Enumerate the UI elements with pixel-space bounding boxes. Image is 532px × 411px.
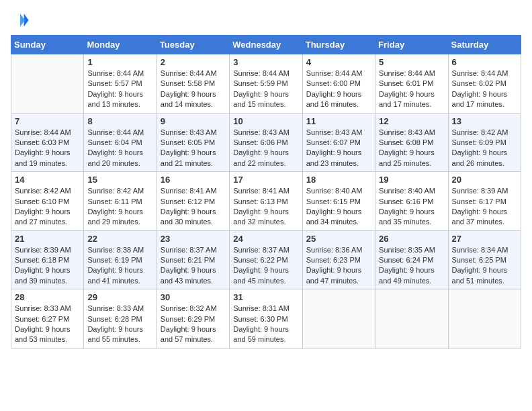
cell-info: Sunrise: 8:35 AM Sunset: 6:24 PM Dayligh…: [379, 245, 444, 287]
day-number: 3: [233, 57, 298, 67]
cell-info: Sunrise: 8:39 AM Sunset: 6:17 PM Dayligh…: [452, 186, 517, 228]
week-row-4: 21Sunrise: 8:39 AM Sunset: 6:18 PM Dayli…: [11, 230, 521, 289]
day-number: 7: [15, 116, 80, 126]
cell-info: Sunrise: 8:40 AM Sunset: 6:15 PM Dayligh…: [306, 186, 371, 228]
day-number: 29: [87, 292, 152, 302]
day-number: 11: [306, 116, 371, 126]
calendar-cell: 11Sunrise: 8:43 AM Sunset: 6:07 PM Dayli…: [302, 113, 375, 172]
day-number: 10: [233, 116, 298, 126]
day-number: 20: [452, 175, 517, 185]
day-number: 8: [87, 116, 152, 126]
cell-info: Sunrise: 8:44 AM Sunset: 5:57 PM Dayligh…: [87, 68, 152, 110]
calendar-cell: 1Sunrise: 8:44 AM Sunset: 5:57 PM Daylig…: [84, 54, 157, 113]
calendar-cell: 22Sunrise: 8:38 AM Sunset: 6:19 PM Dayli…: [84, 230, 157, 289]
logo-icon: [11, 11, 30, 30]
calendar-cell: 19Sunrise: 8:40 AM Sunset: 6:16 PM Dayli…: [375, 172, 448, 231]
calendar-cell: 24Sunrise: 8:37 AM Sunset: 6:22 PM Dayli…: [230, 230, 302, 289]
cell-info: Sunrise: 8:43 AM Sunset: 6:06 PM Dayligh…: [233, 128, 298, 169]
calendar-cell: 7Sunrise: 8:44 AM Sunset: 6:03 PM Daylig…: [11, 113, 84, 172]
cell-info: Sunrise: 8:37 AM Sunset: 6:21 PM Dayligh…: [161, 245, 226, 287]
day-header-wednesday: Wednesday: [230, 36, 302, 54]
day-number: 5: [379, 57, 444, 67]
day-header-tuesday: Tuesday: [157, 36, 229, 54]
calendar-cell: 2Sunrise: 8:44 AM Sunset: 5:58 PM Daylig…: [157, 54, 229, 113]
cell-info: Sunrise: 8:43 AM Sunset: 6:07 PM Dayligh…: [306, 128, 371, 169]
day-number: 2: [161, 57, 226, 67]
day-header-monday: Monday: [84, 36, 157, 54]
cell-info: Sunrise: 8:44 AM Sunset: 6:01 PM Dayligh…: [379, 68, 444, 110]
day-number: 22: [87, 234, 152, 244]
day-number: 6: [452, 57, 517, 67]
week-row-3: 14Sunrise: 8:42 AM Sunset: 6:10 PM Dayli…: [11, 172, 521, 231]
day-header-saturday: Saturday: [448, 36, 521, 54]
cell-info: Sunrise: 8:44 AM Sunset: 5:58 PM Dayligh…: [161, 68, 226, 110]
day-number: 21: [15, 234, 80, 244]
calendar-cell: 14Sunrise: 8:42 AM Sunset: 6:10 PM Dayli…: [11, 172, 84, 231]
cell-info: Sunrise: 8:34 AM Sunset: 6:25 PM Dayligh…: [452, 245, 517, 287]
day-number: 9: [161, 116, 226, 126]
day-number: 23: [161, 234, 226, 244]
day-number: 31: [233, 292, 298, 302]
day-number: 18: [306, 175, 371, 185]
week-row-2: 7Sunrise: 8:44 AM Sunset: 6:03 PM Daylig…: [11, 113, 521, 172]
day-number: 25: [306, 234, 371, 244]
calendar-cell: 3Sunrise: 8:44 AM Sunset: 5:59 PM Daylig…: [230, 54, 302, 113]
cell-info: Sunrise: 8:39 AM Sunset: 6:18 PM Dayligh…: [15, 245, 80, 287]
day-header-thursday: Thursday: [302, 36, 375, 54]
cell-info: Sunrise: 8:38 AM Sunset: 6:19 PM Dayligh…: [87, 245, 152, 287]
cell-info: Sunrise: 8:42 AM Sunset: 6:09 PM Dayligh…: [452, 128, 517, 169]
week-row-5: 28Sunrise: 8:33 AM Sunset: 6:27 PM Dayli…: [11, 289, 521, 349]
cell-info: Sunrise: 8:33 AM Sunset: 6:27 PM Dayligh…: [15, 304, 80, 345]
calendar-cell: 4Sunrise: 8:44 AM Sunset: 6:00 PM Daylig…: [302, 54, 375, 113]
cell-info: Sunrise: 8:44 AM Sunset: 6:04 PM Dayligh…: [87, 128, 152, 169]
cell-info: Sunrise: 8:33 AM Sunset: 6:28 PM Dayligh…: [87, 304, 152, 345]
cell-info: Sunrise: 8:44 AM Sunset: 6:00 PM Dayligh…: [306, 68, 371, 110]
day-number: 12: [379, 116, 444, 126]
calendar-cell: 20Sunrise: 8:39 AM Sunset: 6:17 PM Dayli…: [448, 172, 521, 231]
calendar-cell: 15Sunrise: 8:42 AM Sunset: 6:11 PM Dayli…: [84, 172, 157, 231]
calendar-cell: 9Sunrise: 8:43 AM Sunset: 6:05 PM Daylig…: [157, 113, 229, 172]
calendar-cell: [11, 54, 84, 113]
calendar-cell: 25Sunrise: 8:36 AM Sunset: 6:23 PM Dayli…: [302, 230, 375, 289]
calendar-cell: 6Sunrise: 8:44 AM Sunset: 6:02 PM Daylig…: [448, 54, 521, 113]
day-number: 1: [87, 57, 152, 67]
calendar-cell: 5Sunrise: 8:44 AM Sunset: 6:01 PM Daylig…: [375, 54, 448, 113]
day-number: 13: [452, 116, 517, 126]
cell-info: Sunrise: 8:37 AM Sunset: 6:22 PM Dayligh…: [233, 245, 298, 287]
day-number: 15: [87, 175, 152, 185]
day-number: 24: [233, 234, 298, 244]
cell-info: Sunrise: 8:41 AM Sunset: 6:12 PM Dayligh…: [161, 186, 226, 228]
cell-info: Sunrise: 8:36 AM Sunset: 6:23 PM Dayligh…: [306, 245, 371, 287]
day-number: 27: [452, 234, 517, 244]
calendar-cell: 21Sunrise: 8:39 AM Sunset: 6:18 PM Dayli…: [11, 230, 84, 289]
calendar-cell: 13Sunrise: 8:42 AM Sunset: 6:09 PM Dayli…: [448, 113, 521, 172]
cell-info: Sunrise: 8:41 AM Sunset: 6:13 PM Dayligh…: [233, 186, 298, 228]
calendar-table: SundayMondayTuesdayWednesdayThursdayFrid…: [11, 35, 521, 349]
calendar-cell: 8Sunrise: 8:44 AM Sunset: 6:04 PM Daylig…: [84, 113, 157, 172]
cell-info: Sunrise: 8:32 AM Sunset: 6:29 PM Dayligh…: [161, 304, 226, 345]
calendar-cell: [448, 289, 521, 349]
cell-info: Sunrise: 8:44 AM Sunset: 6:03 PM Dayligh…: [15, 128, 80, 169]
calendar-cell: [302, 289, 375, 349]
calendar-cell: 12Sunrise: 8:43 AM Sunset: 6:08 PM Dayli…: [375, 113, 448, 172]
day-number: 4: [306, 57, 371, 67]
cell-info: Sunrise: 8:31 AM Sunset: 6:30 PM Dayligh…: [233, 304, 298, 345]
cell-info: Sunrise: 8:40 AM Sunset: 6:16 PM Dayligh…: [379, 186, 444, 228]
calendar-body: 1Sunrise: 8:44 AM Sunset: 5:57 PM Daylig…: [11, 54, 521, 349]
cell-info: Sunrise: 8:43 AM Sunset: 6:08 PM Dayligh…: [379, 128, 444, 169]
day-number: 28: [15, 292, 80, 302]
calendar-cell: 30Sunrise: 8:32 AM Sunset: 6:29 PM Dayli…: [157, 289, 229, 349]
day-number: 26: [379, 234, 444, 244]
day-header-friday: Friday: [375, 36, 448, 54]
calendar-cell: 18Sunrise: 8:40 AM Sunset: 6:15 PM Dayli…: [302, 172, 375, 231]
week-row-1: 1Sunrise: 8:44 AM Sunset: 5:57 PM Daylig…: [11, 54, 521, 113]
calendar-header-row: SundayMondayTuesdayWednesdayThursdayFrid…: [11, 36, 521, 54]
calendar-cell: 10Sunrise: 8:43 AM Sunset: 6:06 PM Dayli…: [230, 113, 302, 172]
cell-info: Sunrise: 8:44 AM Sunset: 5:59 PM Dayligh…: [233, 68, 298, 110]
calendar-cell: [375, 289, 448, 349]
cell-info: Sunrise: 8:42 AM Sunset: 6:10 PM Dayligh…: [15, 186, 80, 228]
day-number: 19: [379, 175, 444, 185]
calendar-cell: 31Sunrise: 8:31 AM Sunset: 6:30 PM Dayli…: [230, 289, 302, 349]
calendar-cell: 26Sunrise: 8:35 AM Sunset: 6:24 PM Dayli…: [375, 230, 448, 289]
calendar-cell: 23Sunrise: 8:37 AM Sunset: 6:21 PM Dayli…: [157, 230, 229, 289]
